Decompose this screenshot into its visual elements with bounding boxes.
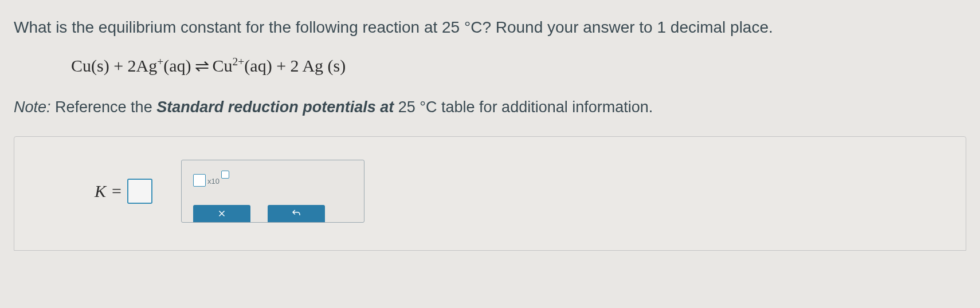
chemical-equation: Cu(s) + 2Ag+(aq) ⇌ Cu2+(aq) + 2 Ag (s) <box>71 56 966 76</box>
note-suffix: table for additional information. <box>441 98 653 116</box>
template-panel: x10 <box>181 160 364 223</box>
note-temp: 25 °C <box>394 98 441 116</box>
answer-panel: K = x10 <box>14 136 966 251</box>
product-2-coef: 2 <box>291 56 299 75</box>
k-equals-expression: K = <box>95 179 152 204</box>
note-ref: Reference the <box>51 98 157 116</box>
note-prefix: Note: <box>14 98 51 116</box>
note-bold: Standard reduction potentials at <box>156 98 394 116</box>
equilibrium-arrow: ⇌ <box>195 56 209 76</box>
x10-label: x10 <box>207 177 219 185</box>
answer-input[interactable] <box>127 179 152 204</box>
answer-row: K = x10 <box>95 160 885 223</box>
question-decimal: 1 <box>657 18 666 36</box>
scientific-notation-template[interactable]: x10 <box>193 171 229 187</box>
reactant-1-state: (s) <box>91 56 109 75</box>
clear-button[interactable] <box>193 205 250 222</box>
equals-sign: = <box>112 181 121 201</box>
reactant-2-state: (aq) <box>163 56 191 75</box>
undo-button[interactable] <box>268 205 325 222</box>
product-1: Cu <box>213 56 233 75</box>
product-1-charge: 2+ <box>233 56 245 68</box>
plus-1: + <box>109 56 128 75</box>
question-prompt: What is the equilibrium constant for the… <box>14 16 966 38</box>
k-label: K <box>95 181 106 201</box>
product-2-state: (s) <box>328 56 346 75</box>
undo-icon <box>291 208 301 219</box>
close-icon <box>217 208 227 219</box>
question-text-1: What is the equilibrium constant for the… <box>14 18 442 36</box>
note-text: Note: Reference the Standard reduction p… <box>14 98 966 116</box>
button-row <box>193 205 325 222</box>
question-text-3: decimal place. <box>666 18 773 36</box>
reactant-2-charge: + <box>157 56 163 68</box>
exponent-box[interactable] <box>221 171 229 179</box>
product-1-state: (aq) <box>244 56 272 75</box>
mantissa-box[interactable] <box>193 174 206 187</box>
plus-2: + <box>272 56 291 75</box>
question-text-2: ? Round your answer to <box>482 18 657 36</box>
product-2-state-space <box>323 56 328 75</box>
reactant-1: Cu <box>71 56 91 75</box>
product-2: Ag <box>302 56 323 75</box>
reactant-2-coef: 2 <box>128 56 136 75</box>
question-temp: 25 °C <box>442 18 482 36</box>
reactant-2: Ag <box>136 56 158 75</box>
